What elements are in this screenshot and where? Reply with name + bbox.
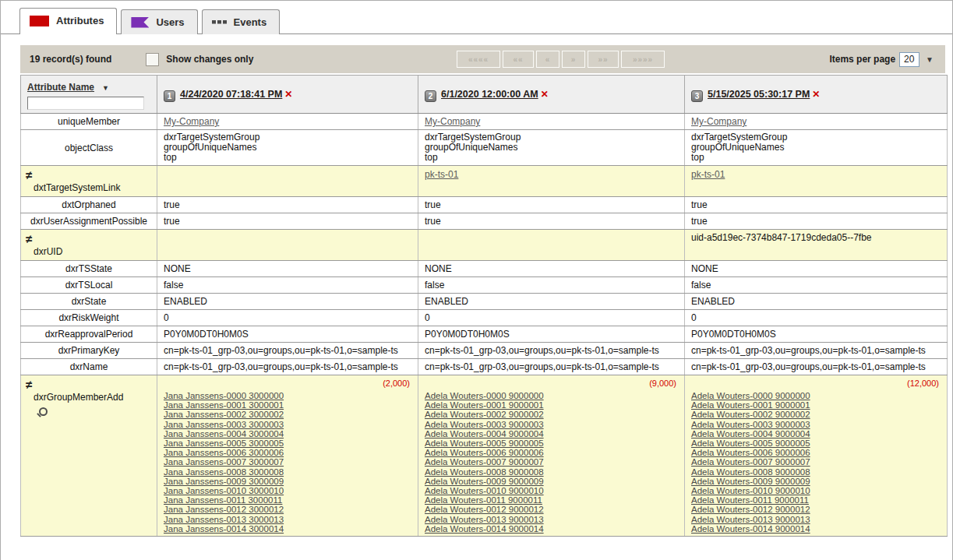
member-link[interactable]: Adela Wouters-0011 9000011	[425, 495, 678, 505]
member-link[interactable]: Jana Janssens-0008 3000008	[164, 467, 411, 477]
value-text: groupOfUniqueNames	[691, 143, 941, 153]
attribute-name-sort-link[interactable]: Attribute Name	[27, 82, 94, 93]
value-link[interactable]: My-Company	[425, 117, 480, 127]
member-link[interactable]: Adela Wouters-0011 9000011	[691, 495, 941, 505]
snapshot-date-link[interactable]: 4/24/2020 07:18:41 PM	[180, 89, 282, 100]
pagination: «««« «« « » »» »»»»	[457, 51, 667, 68]
attribute-row-uniqueMember: uniqueMemberMy-CompanyMy-CompanyMy-Compa…	[21, 114, 948, 130]
items-per-page-select[interactable]: 20	[899, 52, 919, 67]
attribute-name-cell: dxrPrimaryKey	[21, 343, 157, 359]
attribute-name-cell: dxrRiskWeight	[21, 310, 157, 326]
value-cell: P0Y0M0DT0H0M0S	[685, 326, 948, 343]
attribute-name-label: dxrName	[70, 361, 108, 372]
member-link[interactable]: Adela Wouters-0006 9000006	[691, 448, 941, 457]
tab-attributes[interactable]: Attributes	[19, 8, 117, 34]
member-link[interactable]: Jana Janssens-0005 3000005	[164, 438, 411, 448]
attribute-name-cell: dxtOrphaned	[21, 197, 157, 213]
prev-page-button[interactable]: «	[536, 51, 559, 68]
value-link[interactable]: My-Company	[691, 117, 747, 127]
member-link[interactable]: Jana Janssens-0000 3000000	[164, 391, 411, 400]
value-text: top	[164, 153, 411, 163]
value-link[interactable]: My-Company	[164, 117, 219, 127]
value-text: true	[425, 217, 678, 227]
member-link[interactable]: Adela Wouters-0012 9000012	[691, 505, 941, 514]
tab-label: Users	[156, 16, 184, 28]
value-text: NONE	[691, 264, 941, 274]
value-cell: dxrTargetSystemGroupgroupOfUniqueNamesto…	[685, 130, 948, 166]
chevron-down-icon[interactable]: ▼	[923, 54, 936, 65]
member-link[interactable]: Adela Wouters-0001 9000001	[425, 400, 678, 410]
fast-prev-button[interactable]: ««	[503, 51, 534, 68]
member-link[interactable]: Adela Wouters-0003 9000003	[691, 420, 941, 429]
member-link[interactable]: Adela Wouters-0004 9000004	[691, 429, 941, 438]
member-link[interactable]: Adela Wouters-0002 9000002	[691, 410, 941, 419]
member-link[interactable]: Adela Wouters-0014 9000014	[425, 524, 678, 534]
member-link[interactable]: Adela Wouters-0005 9000005	[691, 438, 941, 448]
search-icon[interactable]	[36, 407, 48, 419]
show-changes-checkbox[interactable]	[146, 53, 159, 66]
member-link[interactable]: Jana Janssens-0012 3000012	[164, 505, 411, 514]
value-link[interactable]: pk-ts-01	[691, 170, 725, 180]
member-link[interactable]: Adela Wouters-0008 9000008	[691, 467, 941, 477]
value-cell: ENABLED	[157, 294, 418, 310]
member-link[interactable]: Jana Janssens-0009 3000009	[164, 477, 411, 486]
diff-count: (9,000)	[425, 379, 678, 391]
member-link[interactable]: Adela Wouters-0004 9000004	[425, 429, 678, 438]
column-number-badge: 1	[164, 90, 175, 102]
member-link[interactable]: Adela Wouters-0014 9000014	[691, 524, 941, 534]
member-link[interactable]: Adela Wouters-0008 9000008	[425, 467, 678, 477]
member-link[interactable]: Adela Wouters-0000 9000000	[691, 391, 941, 400]
remove-column-icon[interactable]: ✕	[812, 89, 820, 100]
snapshot-date-link[interactable]: 5/15/2025 05:30:17 PM	[708, 89, 810, 100]
attribute-row-dxrTSState: dxrTSStateNONENONENONE	[21, 261, 948, 277]
fast-next-button[interactable]: »»	[588, 51, 619, 68]
column-number-badge: 2	[425, 90, 436, 102]
attribute-filter-input[interactable]	[27, 97, 144, 110]
snapshot-date-link[interactable]: 6/1/2020 12:00:00 AM	[441, 89, 538, 100]
next-page-button[interactable]: »	[562, 51, 585, 68]
member-link[interactable]: Jana Janssens-0006 3000006	[164, 448, 411, 457]
member-link[interactable]: Adela Wouters-0013 9000013	[425, 515, 678, 524]
member-link[interactable]: Adela Wouters-0007 9000007	[691, 457, 941, 467]
last-page-button[interactable]: »»»»	[621, 51, 665, 68]
value-text: P0Y0M0DT0H0M0S	[425, 329, 678, 340]
value-text: true	[164, 200, 411, 210]
remove-column-icon[interactable]: ✕	[284, 89, 292, 100]
attribute-row-dxrPrimaryKey: dxrPrimaryKeycn=pk-ts-01_grp-03,ou=group…	[21, 343, 948, 359]
member-link[interactable]: Jana Janssens-0001 3000001	[164, 400, 411, 410]
items-per-page: Items per page 20 ▼	[829, 52, 936, 67]
value-cell: ENABLED	[685, 294, 948, 310]
member-link[interactable]: Jana Janssens-0007 3000007	[164, 457, 411, 467]
first-page-button[interactable]: ««««	[457, 51, 500, 68]
member-link[interactable]: Jana Janssens-0010 3000010	[164, 486, 411, 495]
member-link[interactable]: Adela Wouters-0002 9000002	[425, 410, 678, 419]
member-link[interactable]: Adela Wouters-0013 9000013	[691, 515, 941, 524]
value-text: true	[691, 200, 941, 210]
tab-users[interactable]: Users	[121, 9, 197, 34]
member-link[interactable]: Jana Janssens-0013 3000013	[164, 515, 411, 524]
member-link[interactable]: Adela Wouters-0009 9000009	[691, 477, 941, 486]
member-link[interactable]: Adela Wouters-0010 9000010	[425, 486, 678, 495]
remove-column-icon[interactable]: ✕	[541, 89, 549, 100]
member-link[interactable]: Jana Janssens-0014 3000014	[164, 524, 411, 534]
member-link[interactable]: Adela Wouters-0001 9000001	[691, 400, 941, 410]
sort-arrow-icon[interactable]: ▼	[102, 84, 109, 92]
attribute-name-cell: dxrState	[21, 294, 157, 310]
member-link[interactable]: Jana Janssens-0004 3000004	[164, 429, 411, 438]
column-number-badge: 3	[691, 90, 703, 102]
tab-events[interactable]: Events	[202, 9, 281, 34]
member-link[interactable]: Adela Wouters-0009 9000009	[425, 477, 678, 486]
member-link[interactable]: Adela Wouters-0003 9000003	[425, 420, 678, 429]
member-link[interactable]: Jana Janssens-0002 3000002	[164, 410, 411, 419]
member-link[interactable]: Jana Janssens-0003 3000003	[164, 420, 411, 429]
member-link[interactable]: Adela Wouters-0012 9000012	[425, 505, 678, 514]
member-link[interactable]: Jana Janssens-0011 3000011	[164, 495, 411, 505]
member-link[interactable]: Adela Wouters-0010 9000010	[691, 486, 941, 495]
member-link[interactable]: Adela Wouters-0005 9000005	[425, 438, 678, 448]
value-text: true	[164, 217, 411, 227]
value-link[interactable]: pk-ts-01	[425, 170, 458, 180]
member-link[interactable]: Adela Wouters-0006 9000006	[425, 448, 678, 457]
value-cell: cn=pk-ts-01_grp-03,ou=groups,ou=pk-ts-01…	[685, 359, 948, 375]
member-link[interactable]: Adela Wouters-0007 9000007	[425, 457, 678, 467]
member-link[interactable]: Adela Wouters-0000 9000000	[425, 391, 678, 400]
